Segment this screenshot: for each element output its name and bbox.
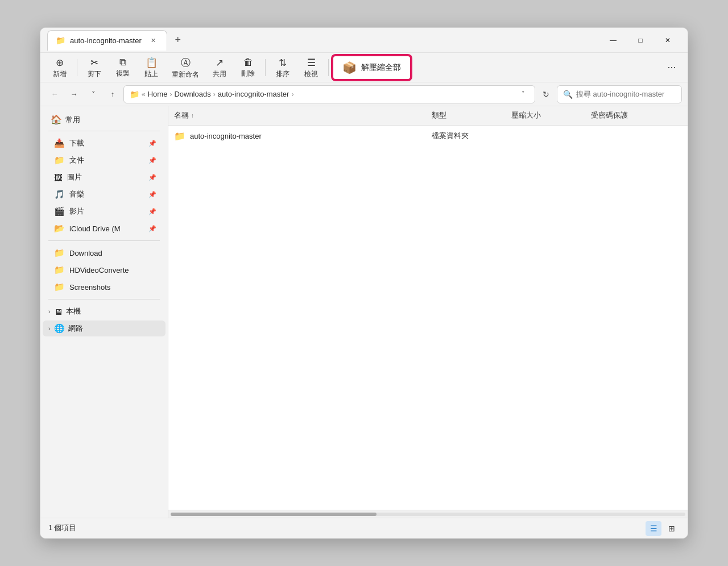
more-options-button[interactable]: ··· (661, 57, 682, 78)
breadcrumb-folder-icon: 📁 (130, 90, 139, 99)
breadcrumb-expand-button[interactable]: ˅ (518, 89, 529, 100)
rename-label: 重新命名 (172, 70, 199, 79)
back-button[interactable]: ← (46, 86, 63, 103)
copy-button[interactable]: ⧉ 複製 (109, 55, 136, 80)
sidebar-item-pictures[interactable]: 🖼 圖片 📌 (43, 169, 166, 185)
view-button[interactable]: ☰ 檢視 (297, 55, 325, 80)
documents-folder-icon: 📁 (54, 155, 65, 165)
col-header-size[interactable]: 壓縮大小 (511, 111, 591, 120)
active-tab[interactable]: 📁 auto-incognito-master ✕ (47, 30, 167, 51)
col-header-type[interactable]: 類型 (432, 111, 511, 120)
sidebar-item-videos[interactable]: 🎬 影片 📌 (43, 203, 166, 219)
sidebar-item-downloads[interactable]: 📥 下載 📌 (43, 135, 166, 151)
breadcrumb-arrow-2: › (213, 90, 216, 98)
cut-icon: ✂ (90, 57, 98, 69)
tab-close-button[interactable]: ✕ (148, 35, 159, 45)
sort-button[interactable]: ⇅ 排序 (269, 55, 296, 80)
local-label: 本機 (66, 306, 81, 317)
breadcrumb-bar[interactable]: 📁 « Home › Downloads › auto-incognito-ma… (123, 85, 535, 103)
icloud-folder-icon: 📂 (54, 223, 65, 234)
extract-icon: 📦 (342, 61, 357, 74)
network-label: 網路 (68, 323, 83, 334)
new-button[interactable]: ⊕ 新增 (46, 55, 73, 80)
nav-bar: ← → ˅ ↑ 📁 « Home › Downloads › auto-inco… (40, 82, 688, 106)
col-size-label: 壓縮大小 (511, 111, 541, 120)
tile-view-button[interactable]: ⊞ (664, 521, 680, 536)
horizontal-scrollbar[interactable] (168, 510, 688, 518)
minimize-button[interactable]: — (600, 31, 626, 49)
sidebar-item-music[interactable]: 🎵 音樂 📌 (43, 186, 166, 202)
sidebar-item-icloud[interactable]: 📂 iCloud Drive (M 📌 (43, 220, 166, 236)
tab-area: 📁 auto-incognito-master ✕ + (47, 28, 600, 52)
col-type-label: 類型 (432, 111, 446, 120)
downloads-label: 下載 (69, 138, 84, 148)
copy-label: 複製 (116, 69, 130, 78)
file-type-cell: 檔案資料夾 (432, 131, 511, 141)
icloud-label: iCloud Drive (M (69, 224, 121, 233)
main-content: 🏠 常用 📥 下載 📌 📁 文件 📌 🖼 (40, 106, 688, 518)
search-bar[interactable]: 🔍 (557, 85, 682, 103)
sidebar-group-local[interactable]: › 🖥 本機 (43, 303, 166, 319)
search-icon: 🔍 (563, 90, 573, 99)
sidebar-item-hdvideo[interactable]: 📁 HDVideoConverte (43, 262, 166, 278)
network-expand-icon: › (48, 325, 51, 332)
downloads-folder-icon: 📥 (54, 138, 65, 148)
col-header-name[interactable]: 名稱 ↑ (174, 111, 432, 120)
share-button[interactable]: ↗ 共用 (206, 55, 233, 80)
delete-label: 刪除 (241, 69, 255, 78)
sort-icon: ⇅ (279, 57, 287, 69)
search-input[interactable] (576, 90, 673, 98)
forward-button[interactable]: → (65, 86, 82, 103)
sidebar-divider-1 (48, 131, 160, 131)
delete-button[interactable]: 🗑 刪除 (234, 55, 262, 80)
toolbar-separator-3 (328, 59, 329, 76)
share-label: 共用 (213, 70, 226, 78)
file-folder-icon: 📁 (174, 131, 185, 142)
window-controls: — □ ✕ (600, 31, 681, 49)
breadcrumb-sep-1: « (142, 90, 146, 98)
paste-button[interactable]: 📋 貼上 (138, 55, 165, 80)
toolbar-separator-2 (265, 59, 266, 76)
breadcrumb-home[interactable]: Home (148, 90, 168, 98)
pictures-folder-icon: 🖼 (54, 173, 63, 182)
breadcrumb-downloads[interactable]: Downloads (174, 90, 210, 98)
sidebar-item-documents[interactable]: 📁 文件 📌 (43, 152, 166, 168)
cut-button[interactable]: ✂ 剪下 (81, 55, 108, 80)
tab-label: auto-incognito-master (70, 36, 142, 45)
sidebar-item-download[interactable]: 📁 Download (43, 245, 166, 261)
sidebar-group-network[interactable]: › 🌐 網路 (43, 321, 166, 336)
file-pane: 名稱 ↑ 類型 壓縮大小 受密碼保護 📁 auto-incognito-ma (168, 106, 688, 518)
rename-button[interactable]: Ⓐ 重新命名 (166, 55, 205, 80)
icloud-pin-icon: 📌 (148, 225, 156, 232)
sidebar-divider-2 (48, 240, 160, 241)
scrollbar-thumb[interactable] (171, 513, 377, 516)
table-row[interactable]: 📁 auto-incognito-master 檔案資料夾 (168, 126, 688, 147)
screenshots-label: Screenshots (69, 283, 110, 292)
tab-folder-icon: 📁 (56, 36, 65, 45)
sidebar-item-screenshots[interactable]: 📁 Screenshots (43, 279, 166, 295)
dropdown-button[interactable]: ˅ (85, 86, 102, 103)
breadcrumb-current[interactable]: auto-incognito-master (218, 90, 289, 98)
list-view-button[interactable]: ☰ (646, 521, 661, 536)
extract-all-button[interactable]: 📦 解壓縮全部 (332, 55, 411, 80)
col-name-label: 名稱 (174, 111, 189, 120)
maximize-button[interactable]: □ (627, 31, 653, 49)
home-icon: 🏠 (51, 114, 62, 125)
hdvideo-label: HDVideoConverte (69, 266, 129, 274)
videos-pin-icon: 📌 (148, 208, 156, 215)
close-button[interactable]: ✕ (655, 31, 681, 49)
sidebar: 🏠 常用 📥 下載 📌 📁 文件 📌 🖼 (40, 106, 168, 518)
explorer-window: 📁 auto-incognito-master ✕ + — □ ✕ ⊕ 新增 ✂… (40, 27, 688, 539)
toolbar: ⊕ 新增 ✂ 剪下 ⧉ 複製 📋 貼上 Ⓐ 重新命名 ↗ 共用 🗑 刪除 (40, 53, 688, 82)
delete-icon: 🗑 (243, 57, 253, 68)
up-button[interactable]: ↑ (104, 86, 121, 103)
videos-folder-icon: 🎬 (54, 206, 65, 217)
pictures-pin-icon: 📌 (148, 174, 156, 181)
breadcrumb-arrow-3: › (291, 90, 293, 98)
paste-icon: 📋 (146, 57, 158, 69)
hdvideo-folder-icon: 📁 (54, 265, 65, 275)
music-label: 音樂 (69, 189, 84, 199)
refresh-button[interactable]: ↻ (537, 86, 555, 103)
col-header-protected[interactable]: 受密碼保護 (591, 111, 682, 120)
new-tab-button[interactable]: + (169, 32, 187, 49)
